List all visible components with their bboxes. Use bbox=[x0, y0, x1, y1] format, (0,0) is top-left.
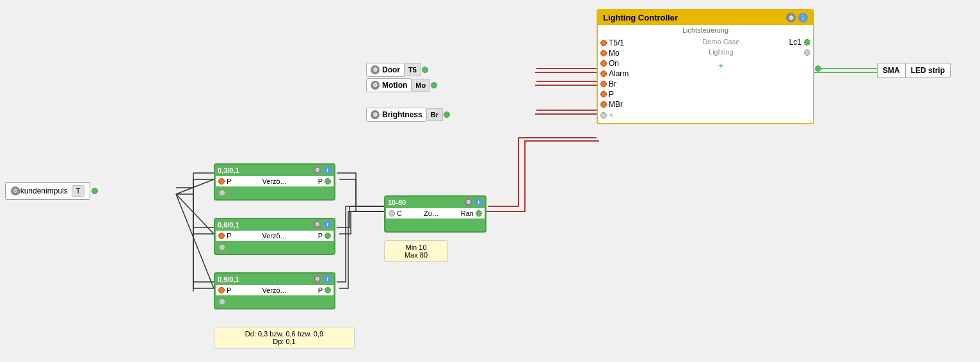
random-max-label: Max 80 bbox=[389, 251, 444, 259]
random-c-port[interactable] bbox=[389, 210, 395, 217]
lc-info-icon[interactable]: i bbox=[798, 13, 808, 22]
delay3-plus-icon[interactable]: + bbox=[227, 297, 232, 307]
lc-plus-icon[interactable]: + bbox=[609, 110, 614, 120]
lc-port-on: On bbox=[600, 58, 653, 69]
delay2-node: 0,6/0,1 ⚙ i P Verzö… P + bbox=[214, 218, 335, 255]
random-row-label: Zu… bbox=[424, 210, 439, 217]
random-plus-icon[interactable]: + bbox=[389, 220, 394, 230]
lc-port-alarm: Alarm bbox=[600, 69, 653, 79]
lc-port-t5: T5/1 bbox=[600, 38, 653, 48]
delay1-row: P Verzö… P bbox=[216, 176, 333, 186]
delay1-plus-icon[interactable]: + bbox=[227, 188, 232, 198]
door-label: Door bbox=[382, 65, 400, 74]
lc-alarm-port[interactable] bbox=[600, 70, 607, 77]
random-out-label: Ran bbox=[461, 210, 474, 217]
delay2-plus-icon[interactable]: + bbox=[227, 243, 232, 252]
delay2-gear-icon[interactable]: ⚙ bbox=[313, 220, 321, 229]
sekundenimpuls-gear-icon[interactable]: ⚙ bbox=[11, 186, 20, 195]
motion-output-port[interactable] bbox=[431, 82, 437, 88]
led-box[interactable]: LED strip bbox=[905, 63, 951, 78]
random-info-icon[interactable]: i bbox=[474, 198, 483, 206]
lc-on-label: On bbox=[609, 59, 619, 68]
random-gear-icon[interactable]: ⚙ bbox=[464, 198, 472, 206]
delay3-port-left-label: P bbox=[227, 286, 231, 294]
delay1-row-label: Verzö… bbox=[262, 177, 287, 185]
lc-port-mo: Mo bbox=[600, 48, 653, 58]
delay3-plus-row: + bbox=[215, 296, 334, 308]
lc-alarm-label: Alarm bbox=[609, 69, 629, 78]
delay1-info-icon[interactable]: i bbox=[323, 166, 332, 174]
sekundenimpuls-output-port[interactable] bbox=[92, 188, 98, 194]
door-sensor-node: ⚙ Door T5 bbox=[366, 63, 428, 77]
lc-mo-port[interactable] bbox=[600, 50, 607, 56]
brightness-gear-icon[interactable]: ⚙ bbox=[371, 110, 380, 119]
sekundenimpuls-box[interactable]: ⚙ Sekundenimpuls T bbox=[5, 182, 90, 200]
door-abbr: T5 bbox=[405, 63, 421, 76]
lc-lighting-label: Lighting bbox=[658, 48, 784, 56]
lc-mbr-port[interactable] bbox=[600, 101, 607, 108]
lc-br-port[interactable] bbox=[600, 81, 607, 87]
lc-port-p: P bbox=[600, 89, 653, 99]
lc-subtitle: Lichtsteuerung bbox=[598, 25, 813, 35]
delay2-row-label: Verzö… bbox=[262, 232, 287, 240]
lc-gear-icon[interactable]: ⚙ bbox=[786, 13, 796, 22]
delay1-port-right-label: P bbox=[318, 177, 323, 185]
lc-out2-row bbox=[804, 49, 810, 56]
delay1-plus-row: + bbox=[215, 187, 334, 199]
delay1-add-port[interactable] bbox=[219, 190, 225, 196]
delay2-left-port[interactable] bbox=[218, 233, 225, 239]
lc-add-port[interactable] bbox=[600, 112, 607, 119]
lc-t5-label: T5/1 bbox=[609, 38, 624, 47]
lc-on-port[interactable] bbox=[600, 60, 607, 67]
sma-box[interactable]: SMA bbox=[877, 63, 905, 78]
delay2-plus-row: + bbox=[215, 242, 334, 254]
random-plus-row: + bbox=[385, 219, 485, 231]
lc-out-port[interactable] bbox=[804, 39, 810, 45]
lc-p-port[interactable] bbox=[600, 91, 607, 97]
delay2-port-right-label: P bbox=[318, 232, 323, 240]
delay3-add-port[interactable] bbox=[219, 299, 225, 305]
sekundenimpuls-node: ⚙ Sekundenimpuls T bbox=[5, 182, 98, 200]
lc-br-label: Br bbox=[609, 79, 616, 88]
door-sensor-box[interactable]: ⚙ Door bbox=[366, 63, 405, 77]
motion-label: Motion bbox=[382, 81, 407, 90]
delay1-right-port[interactable] bbox=[325, 178, 331, 185]
lc-p-label: P bbox=[609, 90, 614, 99]
delay2-info-icon[interactable]: i bbox=[323, 220, 332, 229]
lc-t5-port[interactable] bbox=[600, 40, 607, 46]
delay2-title: 0,6/0,1 bbox=[218, 221, 239, 229]
random-header: 10-80 ⚙ i bbox=[385, 197, 485, 208]
motion-sensor-box[interactable]: ⚙ Motion bbox=[366, 78, 412, 92]
svg-line-2 bbox=[176, 194, 214, 288]
sekundenimpuls-abbr: T bbox=[72, 185, 85, 197]
delay2-add-port[interactable] bbox=[219, 244, 225, 251]
brightness-sensor-box[interactable]: ⚙ Brightness bbox=[366, 108, 427, 122]
door-gear-icon[interactable]: ⚙ bbox=[371, 65, 380, 74]
lc-out2-port[interactable] bbox=[804, 49, 810, 56]
sma-led-node: SMA LED strip bbox=[877, 63, 951, 78]
brightness-output-port[interactable] bbox=[444, 111, 450, 118]
delay3-row: P Verzö… P bbox=[216, 285, 333, 295]
delay3-gear-icon[interactable]: ⚙ bbox=[313, 275, 321, 283]
delay2-right-port[interactable] bbox=[325, 233, 331, 239]
delay3-left-port[interactable] bbox=[218, 287, 225, 293]
svg-line-0 bbox=[176, 179, 214, 194]
lc-port-add: + bbox=[600, 110, 653, 120]
lc-header: Lighting Controller ⚙ i bbox=[598, 10, 813, 25]
annotation-line2: Dp: 0,1 bbox=[218, 338, 350, 345]
delay3-info-icon[interactable]: i bbox=[323, 275, 332, 283]
delay3-right-port[interactable] bbox=[325, 287, 331, 293]
motion-gear-icon[interactable]: ⚙ bbox=[371, 81, 380, 90]
lc-center-plus-icon[interactable]: + bbox=[719, 61, 724, 70]
random-out-port[interactable] bbox=[476, 210, 482, 217]
lc-port-br: Br bbox=[600, 79, 653, 89]
lc-node: Lighting Controller ⚙ i Lichtsteuerung T… bbox=[597, 9, 814, 124]
delay1-node: 0,3/0,1 ⚙ i P Verzö… P + bbox=[214, 163, 335, 201]
lc-demo-label: Demo Case bbox=[658, 38, 784, 45]
delay2-row: P Verzö… P bbox=[216, 231, 333, 241]
delay1-gear-icon[interactable]: ⚙ bbox=[313, 166, 321, 174]
door-output-port[interactable] bbox=[422, 67, 428, 73]
delay1-left-port[interactable] bbox=[218, 178, 225, 185]
svg-line-1 bbox=[176, 194, 214, 234]
lc-out-label: Lc1 bbox=[789, 38, 801, 47]
